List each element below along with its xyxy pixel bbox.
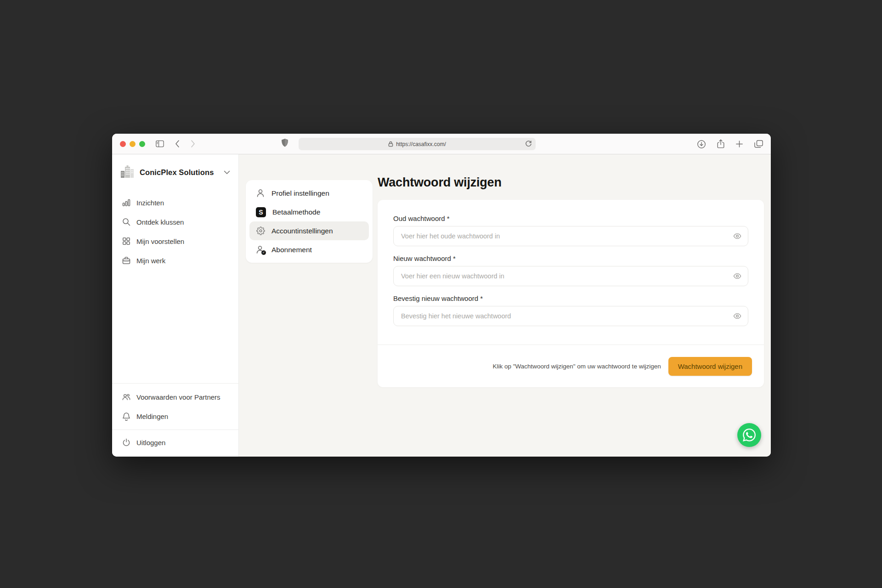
change-password-button[interactable]: Wachtwoord wijzigen bbox=[668, 357, 752, 376]
sidebar-item-meldingen[interactable]: Meldingen bbox=[112, 407, 238, 426]
menu-item-label: Profiel instellingen bbox=[271, 189, 329, 198]
sidebar-item-uitloggen[interactable]: Uitloggen bbox=[112, 433, 238, 452]
company-logo-icon bbox=[119, 164, 135, 180]
new-password-field-box bbox=[393, 266, 748, 286]
submit-hint-text: Klik op "Wachtwoord wijzigen" om uw wach… bbox=[492, 363, 661, 370]
briefcase-icon bbox=[122, 256, 130, 265]
settings-menu: Profiel instellingen S Betaalmethode Acc… bbox=[246, 180, 373, 263]
browser-window: https://casafixx.com/ bbox=[112, 134, 771, 457]
search-icon bbox=[122, 218, 130, 226]
forward-button[interactable] bbox=[190, 140, 196, 148]
chevron-down-icon bbox=[224, 168, 230, 176]
whatsapp-icon bbox=[743, 429, 756, 441]
menu-item-abonnement[interactable]: ✓ Abonnement bbox=[249, 240, 369, 259]
menu-item-label: Abonnement bbox=[271, 246, 312, 254]
toggle-password-visibility-icon[interactable] bbox=[733, 273, 741, 279]
sidebar-item-label: Mijn werk bbox=[136, 257, 165, 265]
back-button[interactable] bbox=[175, 140, 180, 148]
new-password-label: Nieuw wachtwoord * bbox=[393, 254, 748, 262]
sidebar-item-ontdek-klussen[interactable]: Ontdek klussen bbox=[112, 212, 238, 232]
browser-toolbar: https://casafixx.com/ bbox=[112, 134, 771, 154]
toggle-password-visibility-icon[interactable] bbox=[733, 233, 741, 239]
menu-item-profiel-instellingen[interactable]: Profiel instellingen bbox=[249, 184, 369, 203]
old-password-field-box bbox=[393, 226, 748, 246]
confirm-password-input[interactable] bbox=[401, 312, 733, 320]
bar-chart-icon bbox=[122, 198, 130, 207]
downloads-icon[interactable] bbox=[697, 140, 706, 149]
bell-icon bbox=[122, 412, 130, 421]
url-text: https://casafixx.com/ bbox=[396, 141, 446, 147]
sidebar-item-label: Ontdek klussen bbox=[136, 218, 184, 226]
menu-item-label: Accountinstellingen bbox=[271, 227, 333, 235]
whatsapp-button[interactable] bbox=[737, 423, 761, 447]
confirm-password-label: Bevestig nieuw wachtwoord * bbox=[393, 294, 748, 302]
confirm-password-field-box bbox=[393, 306, 748, 326]
sidebar-item-label: Mijn voorstellen bbox=[136, 237, 184, 245]
grid-icon bbox=[122, 237, 130, 245]
power-icon bbox=[122, 438, 130, 447]
toggle-password-visibility-icon[interactable] bbox=[733, 313, 741, 319]
sidebar-item-label: Voorwaarden voor Partners bbox=[136, 393, 220, 401]
main-content: Profiel instellingen S Betaalmethode Acc… bbox=[239, 154, 771, 457]
gear-icon bbox=[256, 226, 265, 235]
change-password-card: Oud wachtwoord * Nieuw wachtwoord * bbox=[378, 200, 764, 387]
sidebar-item-mijn-voorstellen[interactable]: Mijn voorstellen bbox=[112, 232, 238, 251]
company-name: ConicPlex Solutions bbox=[140, 168, 224, 177]
zoom-window-button[interactable] bbox=[139, 141, 145, 147]
new-tab-icon[interactable] bbox=[735, 140, 743, 148]
sidebar-item-label: Meldingen bbox=[136, 413, 168, 420]
sidebar-item-mijn-werk[interactable]: Mijn werk bbox=[112, 251, 238, 270]
minimize-window-button[interactable] bbox=[130, 141, 136, 147]
reload-icon[interactable] bbox=[525, 140, 532, 149]
stripe-icon: S bbox=[256, 207, 266, 217]
old-password-input[interactable] bbox=[401, 232, 733, 240]
share-icon[interactable] bbox=[717, 139, 725, 149]
company-switcher[interactable]: ConicPlex Solutions bbox=[119, 164, 231, 180]
sidebar-item-label: Inzichten bbox=[136, 199, 164, 207]
sidebar-toggle-icon[interactable] bbox=[155, 140, 164, 148]
menu-item-accountinstellingen[interactable]: Accountinstellingen bbox=[249, 221, 369, 240]
address-bar[interactable]: https://casafixx.com/ bbox=[299, 138, 536, 150]
page-title: Wachtwoord wijzigen bbox=[378, 175, 764, 190]
users-icon bbox=[122, 393, 130, 401]
privacy-shield-icon[interactable] bbox=[281, 138, 288, 149]
check-badge-icon: ✓ bbox=[261, 250, 266, 255]
sidebar-item-label: Uitloggen bbox=[136, 439, 165, 447]
window-controls bbox=[120, 141, 145, 147]
sidebar-item-inzichten[interactable]: Inzichten bbox=[112, 193, 238, 212]
old-password-label: Oud wachtwoord * bbox=[393, 215, 748, 222]
user-icon bbox=[256, 189, 265, 198]
app-sidebar: ConicPlex Solutions Inzichten Ontdek klu… bbox=[112, 154, 239, 457]
close-window-button[interactable] bbox=[120, 141, 126, 147]
new-password-input[interactable] bbox=[401, 272, 733, 280]
tab-overview-icon[interactable] bbox=[754, 140, 763, 148]
lock-icon bbox=[388, 141, 393, 147]
menu-item-betaalmethode[interactable]: S Betaalmethode bbox=[249, 203, 369, 221]
menu-item-label: Betaalmethode bbox=[272, 208, 320, 216]
sidebar-item-voorwaarden-partners[interactable]: Voorwaarden voor Partners bbox=[112, 387, 238, 407]
